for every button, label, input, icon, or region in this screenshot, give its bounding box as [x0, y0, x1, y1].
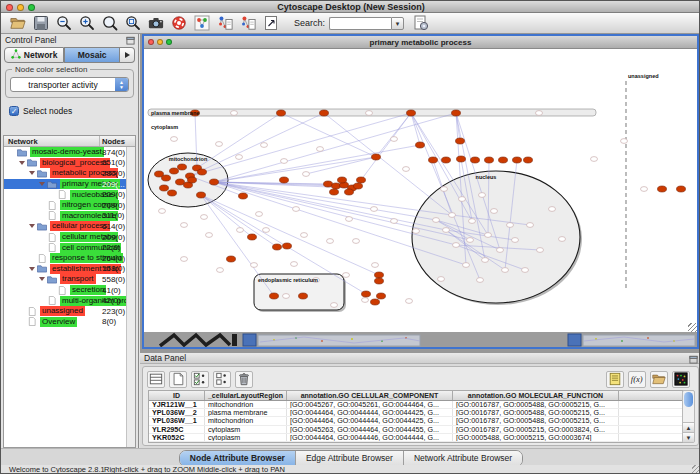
gene-node[interactable]	[391, 219, 398, 224]
gene-node[interactable]	[372, 263, 379, 268]
trash-icon[interactable]	[235, 371, 253, 388]
gene-node[interactable]	[362, 298, 369, 303]
selected-gene-node[interactable]	[338, 177, 347, 183]
gene-node[interactable]	[263, 228, 270, 233]
selected-gene-node[interactable]	[357, 177, 366, 183]
gene-node[interactable]	[391, 137, 398, 142]
table-row[interactable]: YLR295Ccytoplasm[GO:0045263, GO:0044464,…	[149, 426, 683, 434]
selected-gene-node[interactable]	[471, 157, 480, 163]
selected-gene-node[interactable]	[248, 234, 257, 240]
search-dropdown-button[interactable]: ▾	[391, 17, 404, 30]
edge[interactable]	[214, 182, 446, 230]
selected-gene-node[interactable]	[456, 138, 465, 144]
help-icon[interactable]	[168, 14, 189, 33]
zoom-selected-icon[interactable]	[99, 14, 120, 33]
gene-node[interactable]	[181, 257, 188, 262]
gene-node[interactable]	[216, 142, 223, 147]
selected-gene-node[interactable]	[210, 179, 219, 185]
attribute-table-icon[interactable]	[147, 371, 165, 388]
selected-gene-node[interactable]	[457, 156, 466, 162]
gene-node[interactable]	[482, 258, 489, 263]
matrix-icon[interactable]	[672, 371, 690, 388]
gene-node[interactable]	[479, 193, 486, 198]
gene-node[interactable]	[256, 212, 263, 217]
tree-item-primary-metabo[interactable]: primary metabo209(...	[4, 179, 135, 190]
save-icon[interactable]	[30, 14, 51, 33]
table-row[interactable]: YPL036W__2plasma membrane[GO:0044464, GO…	[149, 409, 683, 417]
import-folder-icon[interactable]	[650, 371, 668, 388]
unselect-attributes-icon[interactable]	[213, 371, 231, 388]
float-panel-icon[interactable]	[126, 36, 135, 45]
gene-node[interactable]	[346, 217, 353, 222]
gene-node[interactable]	[438, 277, 445, 282]
tree-item-transport[interactable]: transport558(0)	[4, 274, 135, 285]
table-row[interactable]: YPL036W__1mitochondrion[GO:0044464, GO:0…	[149, 417, 683, 425]
window-resize-grip[interactable]	[692, 465, 700, 473]
gene-node[interactable]	[443, 228, 450, 233]
tree-item-establishment-of-lo[interactable]: establishment of lo558(0)	[4, 264, 135, 275]
table-row[interactable]: YDR039C__1mitochondrion[GO:0044464, GO:0…	[149, 442, 683, 443]
selected-gene-node[interactable]	[677, 186, 686, 192]
edge[interactable]	[190, 113, 324, 176]
tree-item-biological-process[interactable]: biological_process651(0)	[4, 158, 135, 169]
gene-node[interactable]	[433, 218, 440, 223]
gene-node[interactable]	[507, 223, 514, 228]
gene-node[interactable]	[236, 155, 243, 160]
gene-node[interactable]	[441, 187, 448, 192]
selected-gene-node[interactable]	[270, 293, 279, 299]
selected-gene-node[interactable]	[176, 179, 185, 185]
expand-arrow-icon[interactable]	[28, 171, 36, 175]
gene-node[interactable]	[537, 248, 544, 253]
expand-arrow-icon[interactable]	[38, 182, 46, 186]
frame-resize-grip[interactable]	[688, 323, 697, 332]
selected-gene-node[interactable]	[354, 183, 363, 189]
gene-node[interactable]	[366, 111, 373, 116]
gene-node[interactable]	[331, 303, 338, 308]
gene-node[interactable]	[171, 137, 178, 142]
selected-gene-node[interactable]	[442, 157, 451, 163]
selected-gene-node[interactable]	[324, 181, 333, 187]
gene-node[interactable]	[413, 229, 420, 234]
selected-gene-node[interactable]	[277, 110, 286, 116]
edge[interactable]	[411, 113, 420, 145]
search-input[interactable]	[329, 17, 391, 30]
scroll-down-icon[interactable]: ▼	[683, 432, 694, 442]
edge[interactable]	[197, 113, 281, 168]
float-data-panel-icon[interactable]	[689, 355, 698, 364]
expand-arrow-icon[interactable]	[28, 267, 36, 271]
selected-gene-node[interactable]	[162, 175, 171, 181]
gene-node[interactable]	[403, 167, 410, 172]
selected-gene-node[interactable]	[658, 186, 667, 192]
selected-gene-node[interactable]	[407, 110, 416, 116]
tree-item-metabolic-process[interactable]: metabolic process280(0)	[4, 168, 135, 179]
selected-gene-node[interactable]	[524, 157, 533, 163]
search-settings-icon[interactable]	[410, 14, 431, 33]
selected-gene-node[interactable]	[198, 169, 207, 175]
expand-arrow-icon[interactable]	[18, 161, 26, 165]
select-attributes-icon[interactable]	[191, 371, 209, 388]
gene-node[interactable]	[206, 233, 213, 238]
gene-node[interactable]	[459, 197, 466, 202]
selected-gene-node[interactable]	[320, 110, 329, 116]
column-header[interactable]: annotation.GO CELLULAR_COMPONENT	[287, 391, 453, 400]
gene-node[interactable]	[477, 278, 484, 283]
tab-overflow-button[interactable]	[120, 47, 135, 63]
layout-icon[interactable]	[191, 14, 212, 33]
gene-node[interactable]	[591, 157, 598, 162]
selected-gene-node[interactable]	[330, 189, 339, 195]
gene-node[interactable]	[449, 213, 456, 218]
tree-item-unassigned[interactable]: unassigned223(0)	[4, 306, 135, 317]
selected-gene-node[interactable]	[375, 272, 384, 278]
selected-gene-node[interactable]	[197, 192, 206, 198]
gene-node[interactable]	[497, 248, 504, 253]
gene-node[interactable]	[406, 299, 413, 304]
gene-node[interactable]	[467, 238, 474, 243]
gene-node[interactable]	[251, 263, 258, 268]
network-view-titlebar[interactable]: primary metabolic process	[144, 36, 697, 49]
selected-gene-node[interactable]	[160, 185, 169, 191]
tree-scrollbar[interactable]	[126, 147, 135, 447]
column-header[interactable]: _cellularLayoutRegion	[205, 391, 287, 400]
selected-gene-node[interactable]	[345, 189, 354, 195]
gene-node[interactable]	[283, 294, 290, 299]
selected-gene-node[interactable]	[188, 177, 197, 183]
